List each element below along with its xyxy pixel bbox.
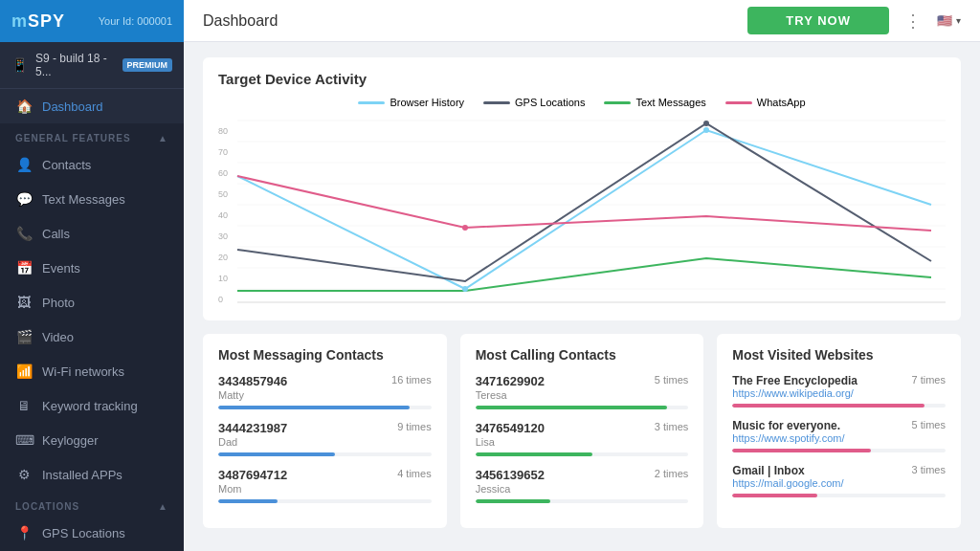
- legend-text-messages: Text Messages: [604, 97, 705, 108]
- contact-times-3: 4 times: [397, 468, 431, 479]
- svg-text:70: 70: [218, 147, 228, 157]
- locations-chevron-icon: ▲: [158, 501, 168, 512]
- video-icon: 🎬: [15, 329, 33, 344]
- sidebar-item-installed-apps[interactable]: ⚙ Installed APPs: [0, 457, 184, 492]
- website-bar-fill-3: [732, 494, 817, 497]
- messaging-contact-3: 3487694712 Mom 4 times: [218, 468, 432, 503]
- website-name-2: Music for everyone.: [732, 419, 844, 432]
- svg-text:80: 80: [218, 126, 228, 136]
- sidebar-item-contacts[interactable]: 👤 Contacts: [0, 147, 184, 182]
- main-content: Dashboard TRY NOW ⋮ 🇺🇸 ▾ Target Device A…: [184, 0, 980, 551]
- messaging-panel: Most Messaging Contacts 3434857946 Matty…: [203, 334, 447, 528]
- legend-dot-text: [604, 101, 631, 104]
- call-name-3: Jessica: [476, 483, 545, 495]
- page-title: Dashboard: [203, 12, 732, 30]
- contact-name-1: Matty: [218, 389, 287, 401]
- activity-chart: 0 10 20 30 40 50 60 70 80: [218, 116, 946, 307]
- messaging-title: Most Messaging Contacts: [218, 347, 432, 363]
- nav-apps-label: Installed APPs: [42, 468, 122, 482]
- website-times-1: 7 times: [912, 374, 946, 386]
- svg-text:40: 40: [218, 210, 228, 220]
- website-bar-fill-2: [732, 449, 871, 452]
- sidebar-item-gps[interactable]: 📍 GPS Locations: [0, 516, 184, 550]
- website-url-1: https://www.wikipedia.org/: [732, 387, 858, 399]
- call-bar-fill-1: [476, 406, 667, 409]
- flag-button[interactable]: 🇺🇸 ▾: [937, 13, 961, 28]
- website-bar-2: [732, 449, 946, 452]
- calling-panel: Most Calling Contacts 3471629902 Teresa …: [460, 334, 704, 528]
- bar-fill-3: [218, 499, 278, 503]
- sidebar-item-keyword-tracking[interactable]: 🖥 Keyword tracking: [0, 388, 184, 423]
- bar-track-3: [218, 499, 432, 503]
- keylogger-icon: ⌨: [15, 432, 33, 448]
- svg-point-24: [462, 225, 468, 231]
- sidebar-item-text-messages[interactable]: 💬 Text Messages: [0, 182, 184, 216]
- websites-title: Most Visited Websites: [732, 347, 946, 363]
- contacts-icon: 👤: [15, 157, 33, 172]
- sidebar: mSPY Your Id: 000001 📱 S9 - build 18 - 5…: [0, 0, 184, 551]
- website-name-3: Gmail | Inbox: [732, 464, 843, 477]
- website-item-2: Music for everyone. https://www.spotify.…: [732, 419, 946, 452]
- svg-text:60: 60: [218, 168, 228, 178]
- sidebar-item-wifi[interactable]: 📶 Wi-Fi networks: [0, 354, 184, 388]
- chart-legend: Browser History GPS Locations Text Messa…: [218, 97, 946, 108]
- nav-dashboard-label: Dashboard: [42, 99, 103, 114]
- contact-number-3: 3487694712: [218, 468, 287, 482]
- website-item-1: The Free Encyclopedia https://www.wikipe…: [732, 374, 946, 408]
- try-now-button[interactable]: TRY NOW: [747, 7, 889, 34]
- flag-chevron-icon: ▾: [956, 15, 961, 26]
- contact-number-1: 3434857946: [218, 374, 287, 388]
- sidebar-header: mSPY Your Id: 000001: [0, 0, 184, 42]
- legend-whatsapp: WhatsApp: [725, 97, 806, 108]
- contact-name-2: Dad: [218, 436, 287, 448]
- call-times-3: 2 times: [655, 468, 688, 479]
- home-icon: 🏠: [15, 99, 33, 114]
- general-features-header: GENERAL FEATURES ▲: [0, 123, 184, 147]
- bar-fill-2: [218, 452, 335, 456]
- messaging-contact-1: 3434857946 Matty 16 times: [218, 374, 432, 409]
- legend-label-text: Text Messages: [635, 97, 705, 108]
- sidebar-item-events[interactable]: 📅 Events: [0, 251, 184, 285]
- calling-contact-1: 3471629902 Teresa 5 times: [476, 374, 689, 409]
- chart-title: Target Device Activity: [218, 71, 946, 87]
- device-name: S9 - build 18 - 5...: [35, 52, 115, 78]
- sidebar-item-keylogger[interactable]: ⌨ Keylogger: [0, 423, 184, 457]
- sidebar-logo: mSPY: [11, 11, 65, 32]
- contact-number-2: 3444231987: [218, 421, 287, 435]
- website-item-3: Gmail | Inbox https://mail.google.com/ 3…: [732, 464, 946, 497]
- apps-icon: ⚙: [15, 467, 33, 482]
- bar-fill-1: [218, 406, 410, 409]
- sidebar-item-photo[interactable]: 🖼 Photo: [0, 285, 184, 320]
- svg-text:10: 10: [218, 274, 228, 283]
- call-times-1: 5 times: [655, 374, 688, 386]
- nav-keylogger-label: Keylogger: [42, 433, 99, 448]
- call-number-1: 3471629902: [476, 374, 545, 388]
- chart-line-gps: [237, 123, 931, 281]
- keyword-icon: 🖥: [15, 398, 33, 413]
- call-bar-1: [476, 406, 689, 409]
- website-name-1: The Free Encyclopedia: [732, 374, 858, 387]
- sidebar-item-video[interactable]: 🎬 Video: [0, 320, 184, 354]
- nav-video-label: Video: [42, 330, 74, 344]
- chart-section: Target Device Activity Browser History G…: [203, 57, 961, 320]
- nav-text-messages-label: Text Messages: [42, 192, 125, 207]
- svg-text:50: 50: [218, 189, 228, 199]
- sidebar-item-calls[interactable]: 📞 Calls: [0, 216, 184, 251]
- svg-text:30: 30: [218, 231, 228, 241]
- nav-contacts-label: Contacts: [42, 158, 91, 172]
- sidebar-item-dashboard[interactable]: 🏠 Dashboard: [0, 89, 184, 123]
- gps-icon: 📍: [15, 525, 33, 540]
- nav-wifi-label: Wi-Fi networks: [42, 364, 124, 379]
- device-row[interactable]: 📱 S9 - build 18 - 5... PREMIUM: [0, 42, 184, 89]
- call-name-1: Teresa: [476, 389, 545, 401]
- website-url-2: https://www.spotify.com/: [732, 432, 844, 444]
- svg-text:0: 0: [218, 295, 223, 304]
- contact-name-3: Mom: [218, 483, 287, 495]
- events-icon: 📅: [15, 260, 33, 276]
- call-bar-2: [476, 452, 689, 456]
- sidebar-user-id: Your Id: 000001: [99, 15, 172, 27]
- legend-gps-locations: GPS Locations: [483, 97, 585, 108]
- call-name-2: Lisa: [476, 436, 545, 448]
- svg-point-26: [703, 121, 709, 126]
- topbar-menu-dots[interactable]: ⋮: [904, 11, 922, 32]
